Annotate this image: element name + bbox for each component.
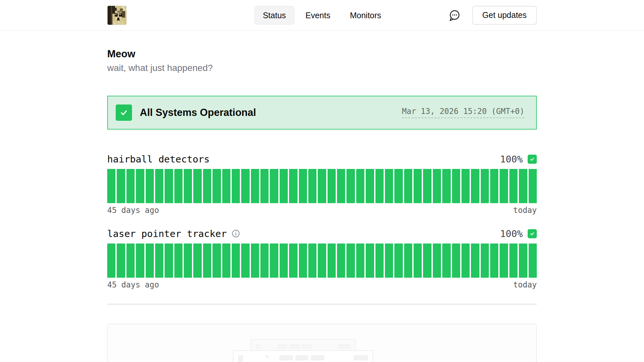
uptime-day-bar[interactable] [423,244,431,278]
uptime-day-bar[interactable] [107,169,115,203]
uptime-day-bar[interactable] [308,169,316,203]
uptime-day-bar[interactable] [222,169,230,203]
uptime-day-bar[interactable] [193,169,201,203]
uptime-day-bar[interactable] [126,169,135,203]
uptime-day-bar[interactable] [165,169,173,203]
uptime-day-bar[interactable] [519,244,527,278]
uptime-day-bar[interactable] [471,244,479,278]
nav-tab-events[interactable]: Events [297,6,339,24]
uptime-day-bar[interactable] [241,244,249,278]
uptime-day-bar[interactable] [414,169,422,203]
uptime-day-bar[interactable] [117,244,125,278]
get-updates-button[interactable]: Get updates [472,6,537,25]
uptime-day-bar[interactable] [366,169,374,203]
uptime-day-bar[interactable] [299,244,307,278]
uptime-day-bar[interactable] [500,169,508,203]
uptime-day-bar[interactable] [385,169,393,203]
uptime-day-bar[interactable] [481,244,489,278]
feedback-chat-button[interactable] [447,8,462,22]
uptime-day-bar[interactable] [174,169,183,203]
uptime-day-bar[interactable] [280,169,288,203]
uptime-day-bar[interactable] [442,169,450,203]
uptime-day-bar[interactable] [212,169,221,203]
uptime-day-bar[interactable] [394,169,402,203]
status-banner: All Systems Operational Mar 13, 2026 15:… [107,96,537,130]
uptime-day-bar[interactable] [146,244,154,278]
uptime-day-bar[interactable] [423,169,431,203]
uptime-day-bar[interactable] [490,169,498,203]
uptime-day-bar[interactable] [251,244,259,278]
uptime-day-bar[interactable] [433,244,441,278]
operational-check-icon [116,104,132,121]
uptime-day-bar[interactable] [509,169,518,203]
uptime-day-bar[interactable] [174,244,183,278]
uptime-day-bar[interactable] [146,169,154,203]
uptime-day-bar[interactable] [346,244,355,278]
uptime-day-bar[interactable] [519,169,527,203]
uptime-day-bar[interactable] [318,244,326,278]
nav-tab-status[interactable]: Status [254,6,294,24]
uptime-day-bar[interactable] [212,244,221,278]
uptime-day-bar[interactable] [241,169,249,203]
uptime-day-bar[interactable] [461,244,470,278]
uptime-day-bar[interactable] [155,244,163,278]
uptime-day-bar[interactable] [193,244,201,278]
uptime-day-bar[interactable] [260,244,269,278]
uptime-day-bar[interactable] [461,169,470,203]
uptime-day-bar[interactable] [529,244,537,278]
uptime-day-bar[interactable] [308,244,316,278]
uptime-day-bar[interactable] [328,244,336,278]
uptime-day-bar[interactable] [471,169,479,203]
uptime-day-bar[interactable] [375,169,384,203]
uptime-day-bar[interactable] [442,244,450,278]
uptime-day-bar[interactable] [433,169,441,203]
uptime-day-bar[interactable] [490,244,498,278]
uptime-day-bar[interactable] [232,244,240,278]
info-icon[interactable] [231,229,241,238]
uptime-day-bar[interactable] [385,244,393,278]
uptime-day-bar[interactable] [270,244,278,278]
uptime-day-bar[interactable] [481,169,489,203]
uptime-day-bar[interactable] [414,244,422,278]
uptime-day-bar[interactable] [404,244,412,278]
uptime-day-bar[interactable] [155,169,163,203]
uptime-day-bar[interactable] [270,169,278,203]
uptime-day-bar[interactable] [126,244,135,278]
uptime-day-bar[interactable] [251,169,259,203]
uptime-day-bar[interactable] [165,244,173,278]
uptime-day-bar[interactable] [375,244,384,278]
uptime-day-bar[interactable] [337,244,345,278]
uptime-day-bar[interactable] [203,169,211,203]
uptime-day-bar[interactable] [280,244,288,278]
uptime-day-bar[interactable] [356,169,364,203]
nav-tab-monitors[interactable]: Monitors [342,6,390,24]
uptime-day-bar[interactable] [394,244,402,278]
uptime-day-bar[interactable] [260,169,269,203]
uptime-day-bar[interactable] [509,244,518,278]
uptime-day-bar[interactable] [328,169,336,203]
uptime-day-bar[interactable] [452,244,460,278]
site-logo[interactable] [107,6,127,25]
uptime-day-bar[interactable] [289,169,297,203]
uptime-day-bar[interactable] [232,169,240,203]
status-timestamp[interactable]: Mar 13, 2026 15:20 (GMT+0) [402,107,524,118]
uptime-day-bar[interactable] [318,169,326,203]
uptime-day-bar[interactable] [452,169,460,203]
uptime-day-bar[interactable] [346,169,355,203]
uptime-day-bar[interactable] [356,244,364,278]
uptime-day-bar[interactable] [107,244,115,278]
uptime-day-bar[interactable] [404,169,412,203]
uptime-day-bar[interactable] [117,169,125,203]
uptime-day-bar[interactable] [366,244,374,278]
uptime-day-bar[interactable] [529,169,537,203]
uptime-day-bar[interactable] [289,244,297,278]
uptime-day-bar[interactable] [337,169,345,203]
uptime-day-bar[interactable] [136,169,144,203]
uptime-day-bar[interactable] [500,244,508,278]
uptime-day-bar[interactable] [203,244,211,278]
uptime-day-bar[interactable] [136,244,144,278]
uptime-day-bar[interactable] [184,169,192,203]
uptime-day-bar[interactable] [184,244,192,278]
uptime-day-bar[interactable] [222,244,230,278]
uptime-day-bar[interactable] [299,169,307,203]
